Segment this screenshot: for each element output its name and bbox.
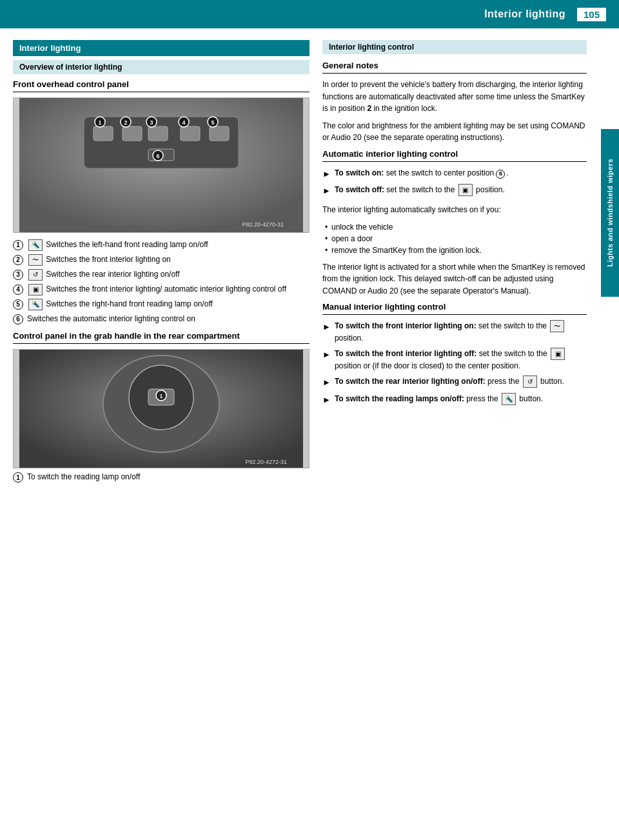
general-notes-para-2: The color and brightness for the ambient… [322,120,587,144]
main-content: Interior lighting Overview of interior l… [0,28,619,501]
svg-rect-6 [210,126,229,141]
auto-off-icon: ▣ [28,284,43,295]
svg-rect-3 [123,126,142,141]
arrow-icon-6: ► [322,394,331,406]
auto-list: ► To switch on: set the switch to center… [322,167,587,197]
list-item: 5 🔦 Switches the right-hand front readin… [13,299,310,310]
manual-list: ► To switch the front interior lighting … [322,320,587,406]
svg-text:1: 1 [98,119,101,126]
manual-list-item-3: ► To switch the rear interior lighting o… [322,375,587,389]
left-section-header: Interior lighting [13,40,310,56]
page-number: 105 [577,8,606,21]
rear-btn-icon: ↺ [523,375,537,388]
svg-text:1: 1 [159,393,162,399]
lamp-icon: 🔦 [28,239,43,251]
svg-text:5: 5 [211,119,214,126]
general-notes-divider [322,73,587,74]
right-column: Interior lighting control General notes … [322,40,606,489]
general-notes-heading: General notes [322,61,587,70]
auto-heading: Automatic interior lighting control [322,149,587,159]
manual-list-item-1: ► To switch the front interior lighting … [322,320,587,344]
svg-text:2: 2 [124,119,127,126]
svg-text:P82.20-4270-31: P82.20-4270-31 [242,221,284,228]
manual-list-item-4: ► To switch the reading lamps on/off: pr… [322,393,587,406]
off-icon: ▣ [458,184,473,196]
front-panel-heading: Front overhead control panel [13,79,310,89]
rear-image-caption: 1 To switch the reading lamp on/off [13,472,310,483]
bullet-item-2: open a door [322,233,587,245]
item-number: 1 [13,240,23,250]
list-item: 2 〜 Switches the front interior lighting… [13,254,310,266]
list-item: 3 ↺ Switches the rear interior lighting … [13,269,310,281]
auto-delayed-para: The interior light is activated for a sh… [322,261,587,297]
sidebar-tab-label: Lights and windshield wipers [606,159,614,266]
auto-bullets: unlock the vehicle open a door remove th… [322,221,587,256]
general-notes-para-1: In order to prevent the vehicle's batter… [322,79,587,115]
arrow-icon-3: ► [322,321,331,334]
arrow-icon-2: ► [322,185,331,197]
front-off-icon: ▣ [551,348,565,360]
front-on-icon: 〜 [550,320,564,332]
svg-text:3: 3 [150,119,153,126]
header-title: Interior lighting [484,8,565,20]
right-section-header: Interior lighting control [322,40,587,54]
top-header: Interior lighting 105 [0,0,619,28]
manual-list-item-2: ► To switch the front interior lighting … [322,348,587,372]
svg-rect-4 [148,126,168,141]
item-number: 5 [13,299,23,310]
sidebar-tab: Lights and windshield wipers [601,129,619,297]
left-sub-section-header: Overview of interior lighting [13,60,310,74]
auto-list-item-2: ► To switch off: set the switch to the ▣… [322,184,587,197]
interior-light-on-icon: 〜 [28,254,43,266]
bullet-item-1: unlock the vehicle [322,221,587,233]
svg-rect-5 [181,126,200,141]
auto-list-item-1: ► To switch on: set the switch to center… [322,167,587,181]
auto-switches-para: The interior lighting automatically swit… [322,204,587,216]
svg-rect-2 [93,126,113,141]
arrow-icon-4: ► [322,348,331,361]
left-column: Interior lighting Overview of interior l… [13,40,310,489]
item-number: 3 [13,270,23,280]
svg-text:4: 4 [182,119,185,126]
caption-number: 1 [13,472,23,483]
item-number: 6 [13,314,23,325]
front-panel-divider [13,92,310,92]
rear-light-icon: ↺ [28,269,43,281]
list-item: 6 Switches the automatic interior lighti… [13,314,310,325]
manual-divider [322,314,587,315]
list-item: 4 ▣ Switches the front interior lighting… [13,284,310,295]
rear-panel-heading: Control panel in the grab handle in the … [13,331,310,341]
item-number: 4 [13,285,23,295]
auto-divider [322,161,587,162]
front-panel-items: 1 🔦 Switches the left-hand front reading… [13,239,310,325]
rear-overhead-image: 1 P82.20-4272-31 [13,349,310,468]
arrow-icon-5: ► [322,376,331,389]
item-number: 2 [13,255,23,265]
rear-panel-divider [13,343,310,344]
right-lamp-icon: 🔦 [28,299,43,310]
svg-text:P82.20-4272-31: P82.20-4272-31 [245,459,287,465]
bullet-item-3: remove the SmartKey from the ignition lo… [322,245,587,256]
manual-heading: Manual interior lighting control [322,302,587,312]
list-item: 1 🔦 Switches the left-hand front reading… [13,239,310,251]
arrow-icon-1: ► [322,168,331,181]
caption-text: To switch the reading lamp on/off [27,472,140,481]
reading-lamp-btn-icon: 🔦 [502,393,516,405]
front-overhead-image: 1 2 3 4 5 6 P82.20-4270-31 [13,97,310,233]
svg-text:6: 6 [156,153,159,159]
